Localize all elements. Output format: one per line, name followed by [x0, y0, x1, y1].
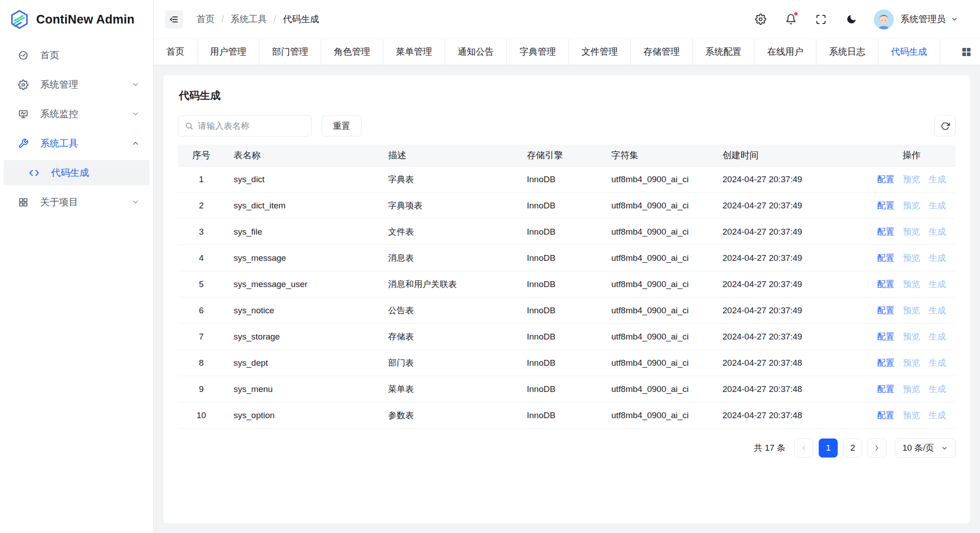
sidebar-item-system-monitor[interactable]: 系统监控: [4, 101, 150, 127]
avatar[interactable]: [874, 9, 894, 29]
generate-link[interactable]: 生成: [929, 331, 946, 343]
preview-link[interactable]: 预览: [903, 174, 920, 185]
refresh-button[interactable]: [934, 115, 956, 137]
sidebar-item-system-mgmt[interactable]: 系统管理: [4, 72, 150, 97]
generate-link[interactable]: 生成: [929, 174, 946, 185]
sidebar-item-label: 关于项目: [40, 196, 120, 208]
config-link[interactable]: 配置: [877, 278, 895, 290]
app-root: ContiNew Admin 首页 系统管理: [0, 0, 980, 533]
config-link[interactable]: 配置: [877, 226, 895, 238]
prev-page-button[interactable]: [794, 439, 813, 458]
config-link[interactable]: 配置: [877, 174, 895, 185]
tab-codegen[interactable]: 代码生成: [878, 39, 940, 65]
tab-dept-mgmt[interactable]: 部门管理: [259, 39, 321, 65]
generate-link[interactable]: 生成: [929, 305, 946, 316]
tab-dict-mgmt[interactable]: 字典管理: [507, 39, 569, 65]
notifications-button[interactable]: [783, 12, 798, 27]
fullscreen-button[interactable]: [813, 12, 829, 27]
preview-link[interactable]: 预览: [903, 331, 920, 343]
sidebar-item-codegen[interactable]: 代码生成: [4, 160, 150, 185]
content-area: 代码生成 重置: [154, 65, 980, 533]
config-link[interactable]: 配置: [877, 357, 895, 369]
tab-system-config[interactable]: 系统配置: [693, 39, 755, 65]
preview-link[interactable]: 预览: [903, 226, 920, 238]
tab-online-users[interactable]: 在线用户: [755, 39, 816, 65]
logo-icon: [9, 9, 30, 30]
created-cell: 2024-04-27 20:37:49: [713, 253, 867, 263]
generate-link[interactable]: 生成: [929, 383, 946, 395]
generate-link[interactable]: 生成: [929, 200, 946, 212]
sidebar-item-about[interactable]: 关于项目: [4, 189, 150, 215]
tab-notice[interactable]: 通知公告: [445, 39, 507, 65]
sidebar-item-system-tools[interactable]: 系统工具: [4, 131, 150, 156]
breadcrumb-system-tools[interactable]: 系统工具: [231, 13, 267, 25]
sidebar: ContiNew Admin 首页 系统管理: [0, 0, 154, 533]
generate-link[interactable]: 生成: [929, 357, 946, 369]
grid-icon: [962, 47, 971, 57]
row-actions: 配置 预览 生成: [867, 410, 956, 421]
row-index: 10: [178, 410, 225, 420]
preview-link[interactable]: 预览: [903, 383, 920, 395]
chevron-down-icon[interactable]: [951, 15, 958, 23]
row-index: 8: [178, 358, 225, 368]
search-input[interactable]: [198, 121, 305, 131]
table-name-cell: sys_option: [225, 410, 379, 420]
breadcrumb-separator: /: [221, 14, 224, 24]
preview-link[interactable]: 预览: [903, 200, 920, 212]
tab-bar: 首页 用户管理 部门管理 角色管理 菜单管理 通知公告 字典管理 文件管理 存储…: [154, 39, 980, 65]
desc-cell: 公告表: [379, 305, 518, 316]
desc-cell: 存储表: [379, 331, 518, 343]
table-row: 9 sys_menu 菜单表 InnoDB utf8mb4_0900_ai_ci…: [178, 376, 956, 402]
tab-storage-mgmt[interactable]: 存储管理: [631, 39, 693, 65]
config-link[interactable]: 配置: [877, 305, 895, 316]
config-link[interactable]: 配置: [877, 331, 895, 343]
engine-cell: InnoDB: [518, 201, 602, 211]
page-button-2[interactable]: 2: [843, 439, 862, 458]
reset-button[interactable]: 重置: [322, 115, 361, 137]
config-link[interactable]: 配置: [877, 410, 895, 421]
engine-cell: InnoDB: [518, 332, 602, 342]
header-actions: 系统管理员: [753, 9, 958, 29]
tab-menu-mgmt[interactable]: 菜单管理: [383, 39, 445, 65]
engine-cell: InnoDB: [518, 384, 602, 394]
generate-link[interactable]: 生成: [929, 252, 946, 264]
page-size-select[interactable]: 10 条/页: [895, 439, 956, 458]
sidebar-item-label: 首页: [40, 49, 140, 61]
config-link[interactable]: 配置: [877, 252, 895, 264]
row-actions: 配置 预览 生成: [867, 252, 956, 264]
charset-cell: utf8mb4_0900_ai_ci: [602, 227, 713, 237]
preview-link[interactable]: 预览: [903, 252, 920, 264]
page-title: 代码生成: [179, 89, 956, 103]
engine-cell: InnoDB: [518, 358, 602, 368]
collapse-sidebar-button[interactable]: [165, 10, 183, 28]
table-row: 8 sys_dept 部门表 InnoDB utf8mb4_0900_ai_ci…: [178, 350, 956, 376]
config-link[interactable]: 配置: [877, 383, 895, 395]
config-link[interactable]: 配置: [877, 200, 895, 212]
tab-home[interactable]: 首页: [154, 39, 197, 65]
preview-link[interactable]: 预览: [903, 410, 920, 421]
dark-mode-toggle[interactable]: [844, 12, 859, 27]
user-name[interactable]: 系统管理员: [900, 13, 946, 25]
app-logo[interactable]: ContiNew Admin: [0, 0, 153, 39]
next-page-button[interactable]: [867, 439, 886, 458]
sidebar-item-home[interactable]: 首页: [4, 42, 150, 68]
menu-fold-icon: [169, 14, 179, 24]
table-name-cell: sys_storage: [225, 332, 379, 342]
preview-link[interactable]: 预览: [903, 357, 920, 369]
breadcrumb-home[interactable]: 首页: [197, 13, 215, 25]
page-button-1[interactable]: 1: [819, 439, 838, 458]
moon-icon: [846, 14, 857, 25]
generate-link[interactable]: 生成: [929, 226, 946, 238]
tab-system-log[interactable]: 系统日志: [816, 39, 878, 65]
charset-cell: utf8mb4_0900_ai_ci: [602, 253, 713, 263]
tab-file-mgmt[interactable]: 文件管理: [569, 39, 631, 65]
preview-link[interactable]: 预览: [903, 305, 920, 316]
generate-link[interactable]: 生成: [929, 410, 946, 421]
generate-link[interactable]: 生成: [929, 278, 946, 290]
settings-button[interactable]: [753, 12, 768, 27]
tab-role-mgmt[interactable]: 角色管理: [321, 39, 383, 65]
tab-actions-button[interactable]: [953, 39, 980, 65]
preview-link[interactable]: 预览: [903, 278, 920, 290]
desc-cell: 部门表: [379, 357, 518, 369]
tab-user-mgmt[interactable]: 用户管理: [197, 39, 259, 65]
